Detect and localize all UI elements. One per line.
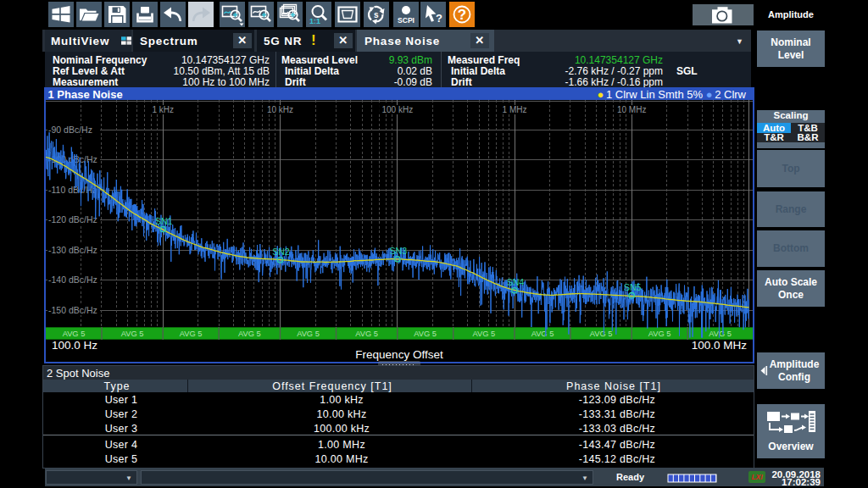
svg-text:AVG 5: AVG 5 bbox=[121, 330, 144, 338]
svg-text:-130 dBc/Hz: -130 dBc/Hz bbox=[48, 245, 97, 255]
svg-text:SN1: SN1 bbox=[155, 216, 173, 226]
svg-text:AVG 5: AVG 5 bbox=[238, 330, 261, 338]
svg-text:SN5: SN5 bbox=[624, 282, 642, 292]
svg-text:AVG 5: AVG 5 bbox=[709, 330, 732, 338]
svg-text:?: ? bbox=[436, 12, 442, 25]
svg-text:AVG 5: AVG 5 bbox=[414, 330, 437, 338]
svg-text:100 kHz: 100 kHz bbox=[381, 105, 413, 114]
svg-text:AVG 5: AVG 5 bbox=[473, 330, 496, 338]
svg-text:1 MHz: 1 MHz bbox=[503, 105, 527, 114]
svg-text:SN4: SN4 bbox=[507, 277, 525, 287]
svg-text:-140 dBc/Hz: -140 dBc/Hz bbox=[48, 274, 97, 285]
svg-text:s: s bbox=[374, 10, 379, 19]
svg-text:1:1: 1:1 bbox=[309, 17, 320, 25]
svg-text:SCPI: SCPI bbox=[398, 16, 415, 25]
svg-text:AVG 5: AVG 5 bbox=[180, 330, 203, 338]
svg-text:-120 dBc/Hz: -120 dBc/Hz bbox=[48, 214, 97, 225]
svg-text:10 kHz: 10 kHz bbox=[267, 105, 293, 114]
svg-text:SN3: SN3 bbox=[390, 246, 408, 256]
svg-text:AVG 5: AVG 5 bbox=[63, 330, 86, 338]
svg-text:AVG 5: AVG 5 bbox=[531, 330, 554, 338]
svg-text:-90 dBc/Hz: -90 dBc/Hz bbox=[48, 125, 92, 135]
svg-text:AVG 5: AVG 5 bbox=[297, 330, 320, 338]
svg-text:AVG 5: AVG 5 bbox=[648, 330, 671, 338]
svg-text:1 kHz: 1 kHz bbox=[152, 105, 174, 114]
svg-text:?: ? bbox=[458, 7, 466, 23]
svg-text:AVG 5: AVG 5 bbox=[355, 330, 378, 338]
svg-text:SN2: SN2 bbox=[272, 247, 290, 257]
svg-text:10 MHz: 10 MHz bbox=[617, 105, 646, 114]
svg-text:AVG 5: AVG 5 bbox=[590, 330, 613, 338]
svg-text:-150 dBc/Hz: -150 dBc/Hz bbox=[48, 305, 97, 315]
